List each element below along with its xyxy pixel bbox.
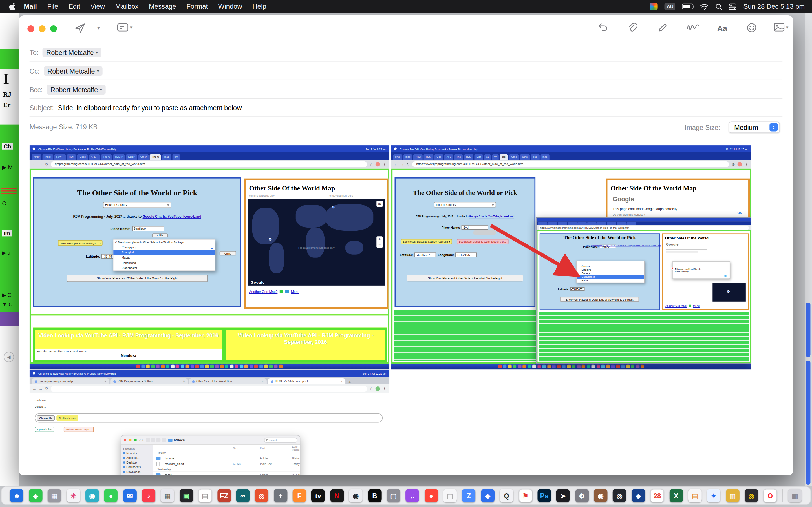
emoji-icon[interactable] <box>747 23 757 33</box>
dock-app-white[interactable]: ▢ <box>443 489 457 503</box>
dock-app-blue[interactable]: ◆ <box>481 489 495 503</box>
dock-finder[interactable]: ☻ <box>10 489 24 503</box>
dock-mail[interactable]: ✉ <box>123 489 137 503</box>
control-center-icon[interactable] <box>729 3 737 10</box>
apple-menu-icon[interactable] <box>8 2 16 10</box>
menubar-item-format[interactable]: Format <box>181 3 213 10</box>
cc-recipient-token[interactable]: Robert Metcalfe▾ <box>44 66 103 76</box>
background-back-button[interactable]: ◀ <box>4 352 14 362</box>
attach-icon[interactable] <box>628 23 638 33</box>
tab-label: Other Side of the World Bow... <box>196 378 235 385</box>
scrollbar-thumb[interactable] <box>806 360 811 485</box>
token-chevron-icon[interactable]: ▾ <box>100 87 102 92</box>
background-window-left[interactable]: I RJ Er Ch ▶ M C Im ▶ u ▶ C ▼ C ◀ <box>0 13 18 487</box>
dock-calendar[interactable]: 28 <box>651 489 664 503</box>
spotlight-icon[interactable] <box>715 3 723 10</box>
markup-icon[interactable] <box>658 23 668 33</box>
menu-link: Menu <box>693 304 700 307</box>
menubar-clock[interactable]: Sun 28 Dec 5:13 pm <box>744 3 805 10</box>
token-chevron-icon[interactable]: ▾ <box>96 50 98 55</box>
menubar-item-file[interactable]: File <box>42 3 63 10</box>
undo-icon[interactable] <box>598 23 608 32</box>
page-text: Upload ... <box>35 405 46 408</box>
dock-app-brown[interactable]: ◉ <box>594 489 608 503</box>
dock-maps[interactable]: ⚑ <box>518 489 532 503</box>
background-fragment: RJ <box>3 91 15 99</box>
dock-safari[interactable]: ✦ <box>707 489 721 503</box>
dock-app-gold[interactable]: ▥ <box>726 489 739 503</box>
dock-zoom[interactable]: Z <box>462 489 476 503</box>
dock-app-lime[interactable]: ● <box>104 489 118 503</box>
dock-app-teal[interactable]: ◉ <box>86 489 99 503</box>
dock-pages[interactable]: ▤ <box>688 489 702 503</box>
dock-firefox[interactable]: F <box>293 489 306 503</box>
dock-opera[interactable]: O <box>763 489 777 503</box>
dock-podcasts[interactable]: ♫ <box>406 489 419 503</box>
dock-netflix[interactable]: N <box>330 489 344 503</box>
menubar-item-window[interactable]: Window <box>213 3 247 10</box>
dock-app-green[interactable]: ◈ <box>29 489 42 503</box>
attachment-screenshot-2[interactable]: Chrome File Edit View History Bookmarks … <box>391 145 751 369</box>
dock-photoshop[interactable]: Ps <box>538 489 551 503</box>
battery-icon[interactable] <box>682 4 694 9</box>
subject-input[interactable]: Slide in clipboard ready for you to past… <box>58 104 242 112</box>
menu-extra-icon[interactable] <box>650 3 658 10</box>
browser-tab: RJM <box>464 154 474 160</box>
cell-c1: bygone <box>165 457 233 460</box>
menubar-item-mail[interactable]: Mail <box>18 3 42 10</box>
attachment-screenshot-3[interactable]: Chrome File Edit View History Bookmarks … <box>30 370 390 475</box>
dock-obs[interactable]: ◎ <box>613 489 626 503</box>
close-button[interactable] <box>28 25 34 32</box>
to-recipient-token[interactable]: Robert Metcalfe▾ <box>43 47 101 57</box>
dock-settings[interactable]: ⚙ <box>575 489 589 503</box>
photo-browser-button[interactable]: ▾ <box>774 23 788 32</box>
minimize-button[interactable] <box>39 25 46 32</box>
dock-filezilla[interactable]: FZ <box>217 489 231 503</box>
dock-textedit[interactable]: ▤ <box>199 489 212 503</box>
keyboard-layout-badge[interactable]: AU <box>665 3 675 10</box>
header-fields-button[interactable]: ▾ <box>117 23 132 32</box>
menubar-item-mailbox[interactable]: Mailbox <box>110 3 144 10</box>
browser-tab: 11 <box>484 154 491 160</box>
dock-app-card[interactable]: ▢ <box>387 489 400 503</box>
dock-launchpad[interactable]: ▦ <box>161 489 174 503</box>
dock-app-plus[interactable]: + <box>274 489 287 503</box>
menubar-item-help[interactable]: Help <box>247 3 271 10</box>
background-scrollbar[interactable] <box>805 13 812 487</box>
stepper-icon[interactable]: ▲▼ <box>769 123 777 131</box>
image-size-dropdown[interactable]: Medium ▲▼ <box>728 122 780 133</box>
video-panel-title: Video Lookup via YouTube API - RJM Progr… <box>226 330 386 346</box>
dock-app-b[interactable]: B <box>368 489 382 503</box>
sidebar-item-label: Desktop <box>126 461 137 464</box>
mini-dock-icon <box>225 365 229 369</box>
zoom-button[interactable] <box>50 25 57 32</box>
menubar-item-view[interactable]: View <box>85 3 110 10</box>
dock-github[interactable]: ◉ <box>349 489 363 503</box>
dock-excel[interactable]: X <box>669 489 683 503</box>
menubar-item-edit[interactable]: Edit <box>63 3 86 10</box>
scrollbar-thumb[interactable] <box>806 302 811 357</box>
dropdown-option: Shanghai <box>113 250 215 255</box>
format-button[interactable]: Aa <box>717 24 727 33</box>
dock-apple-tv[interactable]: tv <box>312 489 325 503</box>
dock-app-red-dot[interactable]: ● <box>424 489 438 503</box>
signature-icon[interactable] <box>687 23 699 31</box>
dock-music[interactable]: ♪ <box>142 489 155 503</box>
dock-app-grid[interactable]: ▦ <box>48 489 61 503</box>
dock-app-navy[interactable]: ◆ <box>631 489 645 503</box>
dock-app-q[interactable]: Q <box>500 489 513 503</box>
send-options-chevron-icon[interactable]: ▾ <box>97 25 100 31</box>
dock-photo-booth[interactable]: ◎ <box>745 489 758 503</box>
dock-app-plane[interactable]: ➤ <box>556 489 570 503</box>
dock-photos[interactable]: ✳ <box>66 489 80 503</box>
dock-app-target[interactable]: ◎ <box>255 489 268 503</box>
wifi-icon[interactable] <box>700 3 709 10</box>
send-button[interactable] <box>74 23 86 34</box>
dock-trash[interactable]: ▥ <box>788 489 802 503</box>
dock-app-infinity[interactable]: ∞ <box>236 489 250 503</box>
dock-terminal[interactable]: ▣ <box>180 489 193 503</box>
bcc-recipient-token[interactable]: Robert Metcalfe▾ <box>47 84 106 94</box>
token-chevron-icon[interactable]: ▾ <box>97 68 99 73</box>
menubar-item-message[interactable]: Message <box>144 3 182 10</box>
attachment-screenshot-1[interactable]: Chrome File Edit View History Bookmarks … <box>30 145 390 369</box>
